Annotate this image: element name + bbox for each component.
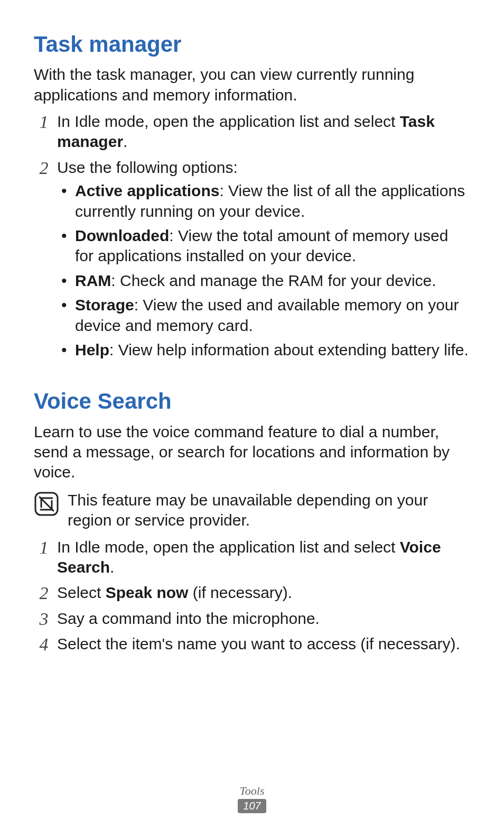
step-text: Say a command into the microphone.	[57, 609, 470, 629]
note-block: This feature may be unavailable dependin…	[34, 490, 470, 531]
option-desc: : Check and manage the RAM for your devi…	[111, 272, 436, 289]
step-1: 1 In Idle mode, open the application lis…	[34, 112, 470, 152]
step-number: 2	[35, 582, 53, 605]
option-name: Active applications	[75, 182, 219, 199]
option-desc: : View help information about extending …	[109, 341, 469, 358]
step-text: .	[110, 558, 114, 576]
note-icon	[34, 491, 59, 517]
voice-search-intro: Learn to use the voice command feature t…	[34, 422, 470, 483]
section-heading-task-manager: Task manager	[34, 32, 470, 57]
note-text: This feature may be unavailable dependin…	[68, 490, 470, 531]
step-number: 4	[35, 633, 53, 656]
option-name: Storage	[75, 296, 134, 314]
document-page: Task manager With the task manager, you …	[0, 0, 504, 828]
step-2: 2 Use the following options: Active appl…	[34, 158, 470, 361]
step-number: 3	[35, 608, 53, 631]
step-bold: Speak now	[106, 584, 189, 601]
task-manager-options: Active applications: View the list of al…	[57, 181, 470, 360]
section-heading-voice-search: Voice Search	[34, 389, 470, 414]
step-text: Select	[57, 584, 106, 601]
step-text: Use the following options:	[57, 158, 470, 178]
list-item: Downloaded: View the total amount of mem…	[57, 226, 470, 266]
list-item: Storage: View the used and available mem…	[57, 295, 470, 336]
list-item: RAM: Check and manage the RAM for your d…	[57, 271, 470, 291]
page-footer: Tools 107	[0, 784, 504, 813]
option-name: RAM	[75, 272, 111, 289]
step-4: 4 Select the item's name you want to acc…	[34, 634, 470, 654]
step-number: 1	[35, 111, 53, 134]
step-text: In Idle mode, open the application list …	[57, 113, 400, 130]
option-name: Help	[75, 341, 109, 358]
step-3: 3 Say a command into the microphone.	[34, 609, 470, 629]
task-manager-intro: With the task manager, you can view curr…	[34, 65, 470, 105]
step-text: In Idle mode, open the application list …	[57, 538, 400, 556]
task-manager-steps: 1 In Idle mode, open the application lis…	[34, 112, 470, 360]
step-2: 2 Select Speak now (if necessary).	[34, 583, 470, 603]
list-item: Active applications: View the list of al…	[57, 181, 470, 222]
step-text: (if necessary).	[188, 584, 292, 601]
step-1: 1 In Idle mode, open the application lis…	[34, 537, 470, 578]
footer-category: Tools	[0, 784, 504, 798]
option-name: Downloaded	[75, 227, 169, 244]
page-number-badge: 107	[238, 799, 266, 813]
step-number: 1	[35, 536, 53, 559]
step-number: 2	[35, 157, 53, 180]
step-text: Select the item's name you want to acces…	[57, 634, 470, 654]
step-text: .	[123, 133, 127, 150]
list-item: Help: View help information about extend…	[57, 340, 470, 360]
voice-search-steps: 1 In Idle mode, open the application lis…	[34, 537, 470, 655]
